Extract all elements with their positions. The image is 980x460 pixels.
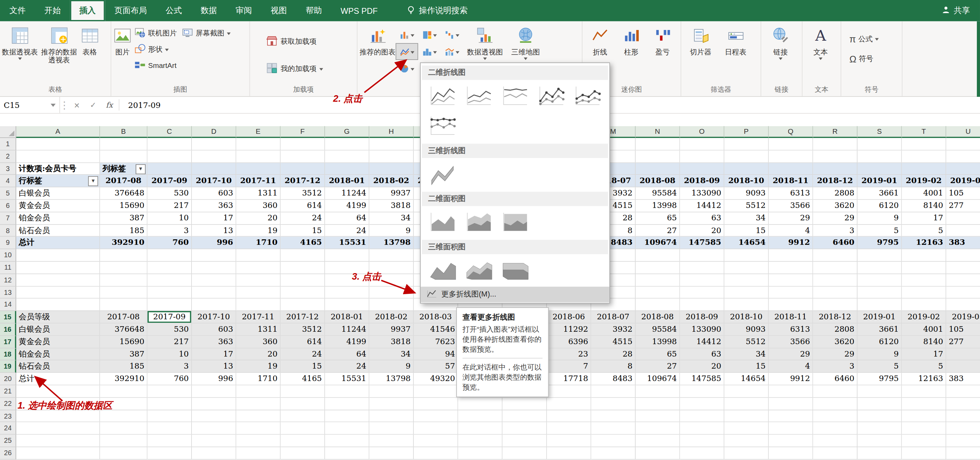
row-header-9[interactable]: 9 — [0, 237, 16, 249]
cell-U17[interactable]: 277 — [946, 336, 980, 348]
cell-P3[interactable] — [724, 163, 769, 175]
cell-J24[interactable] — [458, 422, 503, 435]
cell-U21[interactable] — [946, 385, 980, 398]
cell-R26[interactable] — [813, 447, 858, 460]
cell-R22[interactable] — [813, 398, 858, 410]
cell-A14[interactable] — [16, 299, 100, 311]
cell-N7[interactable]: 65 — [636, 212, 680, 224]
cell-O5[interactable]: 133090 — [680, 187, 725, 200]
cell-A21[interactable] — [16, 385, 100, 398]
chart-waterfall-button[interactable] — [441, 26, 463, 43]
cell-I25[interactable] — [414, 435, 458, 447]
cell-T8[interactable]: 5 — [902, 224, 947, 237]
chart-style-100-stacked-line-icon[interactable] — [498, 82, 532, 110]
cell-S19[interactable]: 5 — [858, 361, 902, 373]
cell-F19[interactable]: 15 — [280, 361, 325, 373]
name-box[interactable]: C15 — [0, 97, 60, 113]
cell-H9[interactable]: 13798 — [369, 237, 414, 249]
cell-S4[interactable]: 2019-01 — [858, 175, 902, 187]
cell-N14[interactable] — [636, 299, 680, 311]
recommended-pivottables-button[interactable]: 推荐的数据透视表 — [38, 22, 80, 64]
cell-S3[interactable] — [858, 163, 902, 175]
enter-icon[interactable] — [85, 97, 101, 113]
column-header-C[interactable]: C — [147, 126, 192, 138]
cell-Q18[interactable]: 29 — [769, 348, 813, 361]
cell-N13[interactable] — [636, 287, 680, 299]
cell-S21[interactable] — [858, 385, 902, 398]
cell-C10[interactable] — [147, 249, 192, 262]
row-header-1[interactable]: 1 — [0, 138, 16, 150]
row-header-5[interactable]: 5 — [0, 187, 16, 200]
cell-C22[interactable] — [147, 398, 192, 410]
cell-E23[interactable] — [236, 410, 281, 422]
cell-Q17[interactable]: 3566 — [769, 336, 813, 348]
cell-Q23[interactable] — [769, 410, 813, 422]
cell-F25[interactable] — [280, 435, 325, 447]
cell-S25[interactable] — [858, 435, 902, 447]
cell-O22[interactable] — [680, 398, 725, 410]
column-header-U[interactable]: U — [946, 126, 980, 138]
cell-U26[interactable] — [946, 447, 980, 460]
cell-N17[interactable]: 13998 — [636, 336, 680, 348]
cell-A26[interactable] — [16, 447, 100, 460]
cell-R7[interactable]: 29 — [813, 212, 858, 224]
cell-F23[interactable] — [280, 410, 325, 422]
chart-combo-button[interactable] — [441, 43, 463, 60]
cell-T15[interactable]: 2019-02 — [902, 311, 947, 324]
row-header-6[interactable]: 6 — [0, 200, 16, 213]
cell-I16[interactable]: 41546 — [414, 324, 458, 336]
cell-R13[interactable] — [813, 287, 858, 299]
cell-H25[interactable] — [369, 435, 414, 447]
column-header-Q[interactable]: Q — [769, 126, 813, 138]
cell-M17[interactable]: 4515 — [591, 336, 636, 348]
cell-E6[interactable]: 360 — [236, 200, 281, 213]
cell-L16[interactable]: 11292 — [547, 324, 592, 336]
cell-R11[interactable] — [813, 262, 858, 274]
cell-R5[interactable]: 2808 — [813, 187, 858, 200]
cell-U23[interactable] — [946, 410, 980, 422]
cell-O8[interactable]: 20 — [680, 224, 725, 237]
cell-T20[interactable]: 12163 — [902, 373, 947, 385]
cell-G9[interactable]: 15531 — [325, 237, 369, 249]
cell-A7[interactable]: 铂金会员 — [16, 212, 100, 224]
cell-E5[interactable]: 1311 — [236, 187, 281, 200]
cell-P18[interactable]: 34 — [724, 348, 769, 361]
cell-G6[interactable]: 4199 — [325, 200, 369, 213]
cell-N18[interactable]: 65 — [636, 348, 680, 361]
cell-C6[interactable]: 217 — [147, 200, 192, 213]
cell-F9[interactable]: 4165 — [280, 237, 325, 249]
cell-M26[interactable] — [591, 447, 636, 460]
row-header-18[interactable]: 18 — [0, 348, 16, 361]
cell-P25[interactable] — [724, 435, 769, 447]
cell-E15[interactable]: 2017-11 — [236, 311, 281, 324]
cell-T9[interactable]: 12163 — [902, 237, 947, 249]
cell-D3[interactable] — [192, 163, 236, 175]
cell-Q16[interactable]: 6313 — [769, 324, 813, 336]
column-header-S[interactable]: S — [858, 126, 902, 138]
cell-A11[interactable] — [16, 262, 100, 274]
cell-N4[interactable]: 2018-08 — [636, 175, 680, 187]
row-header-2[interactable]: 2 — [0, 150, 16, 163]
cell-B1[interactable] — [100, 138, 148, 150]
cell-H26[interactable] — [369, 447, 414, 460]
cell-R10[interactable] — [813, 249, 858, 262]
cell-F18[interactable]: 24 — [280, 348, 325, 361]
cell-O18[interactable]: 63 — [680, 348, 725, 361]
cell-O23[interactable] — [680, 410, 725, 422]
sparkline-column-button[interactable]: 柱形 — [616, 22, 647, 56]
chart-style-3d-area-icon[interactable] — [425, 257, 459, 284]
cell-Q1[interactable] — [769, 138, 813, 150]
cell-F16[interactable]: 3512 — [280, 324, 325, 336]
cell-T7[interactable]: 17 — [902, 212, 947, 224]
chart-style-3d-100-stacked-area-icon[interactable] — [498, 257, 532, 284]
cell-T17[interactable]: 8140 — [902, 336, 947, 348]
column-header-H[interactable]: H — [369, 126, 414, 138]
cell-N20[interactable]: 109674 — [636, 373, 680, 385]
cell-U20[interactable]: 383 — [946, 373, 980, 385]
cell-N23[interactable] — [636, 410, 680, 422]
cell-C21[interactable] — [147, 385, 192, 398]
cell-S10[interactable] — [858, 249, 902, 262]
cell-B23[interactable] — [100, 410, 148, 422]
cell-A17[interactable]: 黄金会员 — [16, 336, 100, 348]
chart-style-100-stacked-line-markers-icon[interactable] — [425, 113, 459, 140]
